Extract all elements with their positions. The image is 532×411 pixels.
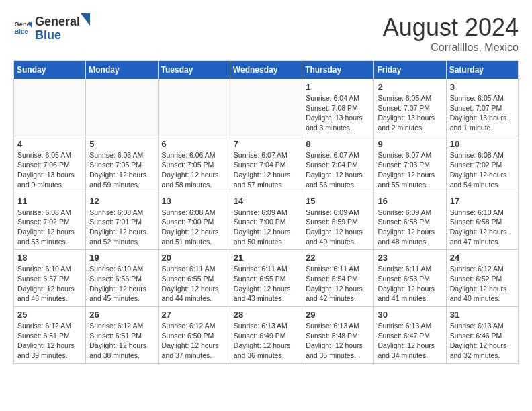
day-number: 29 [306,310,370,320]
day-number: 1 [306,82,370,92]
day-info: Sunrise: 6:12 AMSunset: 6:51 PMDaylight:… [89,321,154,361]
calendar-cell [230,79,302,136]
calendar-header-row: SundayMondayTuesdayWednesdayThursdayFrid… [14,61,519,79]
calendar-cell: 26Sunrise: 6:12 AMSunset: 6:51 PMDayligh… [86,307,158,364]
day-info: Sunrise: 6:12 AMSunset: 6:51 PMDaylight:… [17,321,82,361]
day-header-friday: Friday [374,61,446,79]
calendar-cell [14,79,86,136]
day-number: 20 [162,253,226,263]
calendar-cell: 8Sunrise: 6:07 AMSunset: 7:04 PMDaylight… [302,136,374,193]
day-number: 15 [306,196,370,206]
day-info: Sunrise: 6:07 AMSunset: 7:03 PMDaylight:… [378,150,442,190]
title-block: August 2024 Corralillos, Mexico [383,13,519,54]
day-number: 25 [17,310,82,320]
day-number: 31 [450,310,515,320]
logo: General Blue General Blue [13,13,90,42]
day-number: 12 [89,196,154,206]
day-info: Sunrise: 6:05 AMSunset: 7:07 PMDaylight:… [450,93,515,133]
calendar-cell: 30Sunrise: 6:13 AMSunset: 6:47 PMDayligh… [374,307,446,364]
svg-marker-4 [81,13,90,26]
day-info: Sunrise: 6:07 AMSunset: 7:04 PMDaylight:… [306,150,370,190]
day-header-sunday: Sunday [14,61,86,79]
day-info: Sunrise: 6:13 AMSunset: 6:46 PMDaylight:… [450,321,515,361]
logo-triangle-icon [81,13,90,26]
day-info: Sunrise: 6:11 AMSunset: 6:53 PMDaylight:… [378,264,442,304]
calendar-cell: 5Sunrise: 6:06 AMSunset: 7:05 PMDaylight… [86,136,158,193]
day-info: Sunrise: 6:10 AMSunset: 6:58 PMDaylight:… [450,208,515,247]
day-info: Sunrise: 6:06 AMSunset: 7:05 PMDaylight:… [162,150,226,190]
day-header-monday: Monday [86,61,158,79]
day-info: Sunrise: 6:09 AMSunset: 7:00 PMDaylight:… [234,208,298,247]
day-number: 14 [234,196,298,206]
day-number: 21 [234,253,298,263]
calendar-cell: 31Sunrise: 6:13 AMSunset: 6:46 PMDayligh… [446,307,518,364]
day-header-tuesday: Tuesday [158,61,230,79]
day-number: 8 [306,139,370,149]
day-number: 7 [234,139,298,149]
day-number: 30 [378,310,442,320]
day-info: Sunrise: 6:08 AMSunset: 7:02 PMDaylight:… [450,150,515,190]
calendar-cell: 25Sunrise: 6:12 AMSunset: 6:51 PMDayligh… [14,307,86,364]
calendar-cell: 18Sunrise: 6:10 AMSunset: 6:57 PMDayligh… [14,250,86,307]
week-row-2: 4Sunrise: 6:05 AMSunset: 7:06 PMDaylight… [14,136,519,193]
day-info: Sunrise: 6:10 AMSunset: 6:57 PMDaylight:… [17,264,82,304]
calendar-cell: 23Sunrise: 6:11 AMSunset: 6:53 PMDayligh… [374,250,446,307]
day-number: 18 [17,253,82,263]
logo-blue-text: Blue [35,28,61,42]
day-info: Sunrise: 6:13 AMSunset: 6:48 PMDaylight:… [306,321,370,361]
day-number: 26 [89,310,154,320]
logo-general-text: General [35,15,80,29]
calendar-cell: 17Sunrise: 6:10 AMSunset: 6:58 PMDayligh… [446,193,518,250]
week-row-3: 11Sunrise: 6:08 AMSunset: 7:02 PMDayligh… [14,193,519,250]
day-info: Sunrise: 6:13 AMSunset: 6:47 PMDaylight:… [378,321,442,361]
calendar-table: SundayMondayTuesdayWednesdayThursdayFrid… [13,60,519,364]
calendar-cell: 6Sunrise: 6:06 AMSunset: 7:05 PMDaylight… [158,136,230,193]
calendar-cell: 14Sunrise: 6:09 AMSunset: 7:00 PMDayligh… [230,193,302,250]
day-info: Sunrise: 6:11 AMSunset: 6:54 PMDaylight:… [306,264,370,304]
calendar-cell: 9Sunrise: 6:07 AMSunset: 7:03 PMDaylight… [374,136,446,193]
day-number: 2 [378,82,442,92]
day-number: 5 [89,139,154,149]
week-row-1: 1Sunrise: 6:04 AMSunset: 7:08 PMDaylight… [14,79,519,136]
calendar-cell: 16Sunrise: 6:09 AMSunset: 6:58 PMDayligh… [374,193,446,250]
calendar-cell: 7Sunrise: 6:07 AMSunset: 7:04 PMDaylight… [230,136,302,193]
day-number: 3 [450,82,515,92]
day-info: Sunrise: 6:06 AMSunset: 7:05 PMDaylight:… [89,150,154,190]
page-header: General Blue General Blue August 2024 Co… [13,13,519,54]
day-number: 4 [17,139,82,149]
calendar-cell: 20Sunrise: 6:11 AMSunset: 6:55 PMDayligh… [158,250,230,307]
day-number: 17 [450,196,515,206]
calendar-cell: 19Sunrise: 6:10 AMSunset: 6:56 PMDayligh… [86,250,158,307]
day-info: Sunrise: 6:11 AMSunset: 6:55 PMDaylight:… [162,264,226,304]
location-subtitle: Corralillos, Mexico [383,42,519,54]
calendar-cell: 21Sunrise: 6:11 AMSunset: 6:55 PMDayligh… [230,250,302,307]
day-info: Sunrise: 6:13 AMSunset: 6:49 PMDaylight:… [234,321,298,361]
day-info: Sunrise: 6:08 AMSunset: 7:02 PMDaylight:… [17,208,82,247]
calendar-cell: 2Sunrise: 6:05 AMSunset: 7:07 PMDaylight… [374,79,446,136]
day-header-saturday: Saturday [446,61,518,79]
day-number: 19 [89,253,154,263]
day-number: 16 [378,196,442,206]
day-info: Sunrise: 6:11 AMSunset: 6:55 PMDaylight:… [234,264,298,304]
calendar-cell: 27Sunrise: 6:12 AMSunset: 6:50 PMDayligh… [158,307,230,364]
calendar-cell: 29Sunrise: 6:13 AMSunset: 6:48 PMDayligh… [302,307,374,364]
day-info: Sunrise: 6:05 AMSunset: 7:07 PMDaylight:… [378,93,442,133]
svg-text:Blue: Blue [15,29,28,36]
calendar-cell: 24Sunrise: 6:12 AMSunset: 6:52 PMDayligh… [446,250,518,307]
day-info: Sunrise: 6:09 AMSunset: 6:58 PMDaylight:… [378,208,442,247]
day-number: 6 [162,139,226,149]
day-number: 22 [306,253,370,263]
calendar-cell [158,79,230,136]
day-header-thursday: Thursday [302,61,374,79]
calendar-cell: 22Sunrise: 6:11 AMSunset: 6:54 PMDayligh… [302,250,374,307]
day-info: Sunrise: 6:05 AMSunset: 7:06 PMDaylight:… [17,150,82,190]
calendar-cell: 10Sunrise: 6:08 AMSunset: 7:02 PMDayligh… [446,136,518,193]
day-info: Sunrise: 6:08 AMSunset: 7:00 PMDaylight:… [162,208,226,247]
day-number: 9 [378,139,442,149]
day-info: Sunrise: 6:08 AMSunset: 7:01 PMDaylight:… [89,208,154,247]
day-number: 27 [162,310,226,320]
day-number: 10 [450,139,515,149]
logo-icon: General Blue [13,18,32,37]
calendar-cell: 13Sunrise: 6:08 AMSunset: 7:00 PMDayligh… [158,193,230,250]
calendar-cell: 12Sunrise: 6:08 AMSunset: 7:01 PMDayligh… [86,193,158,250]
